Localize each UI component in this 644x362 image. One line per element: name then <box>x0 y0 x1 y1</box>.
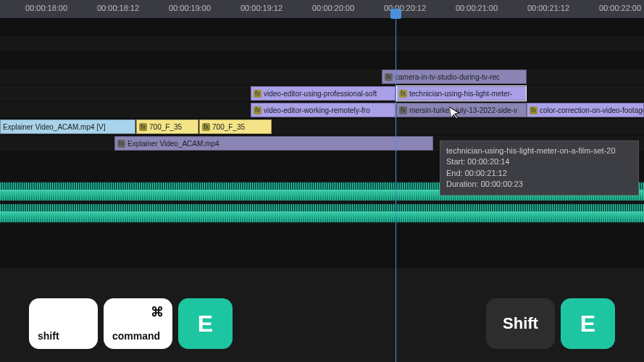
video-track[interactable]: Explainer Video_ACAM.mp4 [V] fx 700_F_35… <box>0 119 644 135</box>
shortcut-left: shift ⌘ command E <box>29 298 233 349</box>
clip-label: video-editor-using-professional-soft <box>264 90 377 98</box>
key-e-right: E <box>561 298 615 349</box>
clip-label: technician-using-his-light-meter- <box>409 90 512 98</box>
fx-icon: fx <box>202 123 210 131</box>
key-label: shift <box>38 330 59 342</box>
video-track[interactable]: fx video-editor-using-professional-soft … <box>0 85 644 102</box>
clip-camera-tv-studio[interactable]: fx camera-in-tv-studio-during-tv-rec <box>382 70 527 84</box>
time-mark: 00:00:21:00 <box>456 4 498 12</box>
key-e: E <box>178 298 233 349</box>
shortcut-right: Shift E <box>486 298 615 349</box>
clip-technician-light-meter[interactable]: fx technician-using-his-light-meter- <box>396 86 527 101</box>
fx-icon: fx <box>254 90 262 98</box>
clip-label: color-correction-on-video-footage-2 <box>540 106 644 114</box>
clip-label: mersin-turkey-july-13-2022-side-v <box>409 106 517 114</box>
fx-icon: fx <box>530 106 538 114</box>
fx-icon: fx <box>385 73 393 81</box>
clip-color-correction[interactable]: fx color-correction-on-video-footage-2 <box>527 103 644 117</box>
time-mark: 00:00:19:12 <box>241 4 283 12</box>
time-mark: 00:00:21:12 <box>527 4 569 12</box>
time-mark: 00:00:19:00 <box>169 4 211 12</box>
track-empty[interactable] <box>0 224 644 268</box>
key-command: ⌘ command <box>104 298 172 349</box>
time-mark: 00:00:22:00 <box>599 4 641 12</box>
time-mark: 00:00:20:00 <box>312 4 354 12</box>
clip-label: video-editor-working-remotely-fro <box>264 106 370 114</box>
clip-editor-pro-soft[interactable]: fx video-editor-using-professional-soft <box>251 86 396 101</box>
playhead-marker[interactable] <box>390 9 401 19</box>
shortcut-overlay: shift ⌘ command E Shift E <box>0 298 644 349</box>
fx-icon: fx <box>139 123 147 131</box>
clip-tooltip: technician-using-his-light-meter-on-a-fi… <box>440 140 639 195</box>
clip-explainer-acam[interactable]: fx Explainer Video_ACAM.mp4 <box>114 136 433 151</box>
key-shift-dark: Shift <box>486 298 555 349</box>
clip-label: Explainer Video_ACAM.mp4 <box>127 140 219 148</box>
clip-label: 700_F_35 <box>149 123 182 131</box>
clip-explainer-acam-v[interactable]: Explainer Video_ACAM.mp4 [V] <box>0 119 135 134</box>
fx-icon: fx <box>399 106 407 114</box>
tooltip-start: Start: 00:00:20:14 <box>446 156 632 167</box>
track-empty[interactable] <box>0 35 644 52</box>
tooltip-duration: Duration: 00:00:00:23 <box>446 179 632 190</box>
track-empty[interactable] <box>0 19 644 35</box>
key-label: E <box>198 311 213 337</box>
fx-icon: fx <box>399 90 407 98</box>
key-label: Shift <box>503 314 538 333</box>
clip-label: camera-in-tv-studio-during-tv-rec <box>395 73 500 81</box>
clip-700f35-b[interactable]: fx 700_F_35 <box>199 119 272 134</box>
audio-waveform <box>0 204 644 222</box>
tooltip-end: End: 00:00:21:12 <box>446 168 632 179</box>
key-label: E <box>580 311 595 337</box>
command-icon: ⌘ <box>151 304 164 320</box>
clip-label: 700_F_35 <box>212 123 245 131</box>
time-mark: 00:00:18:00 <box>25 4 67 12</box>
video-track[interactable]: fx camera-in-tv-studio-during-tv-rec <box>0 69 644 85</box>
clip-editor-remote[interactable]: fx video-editor-working-remotely-fro <box>251 103 396 117</box>
time-mark: 00:00:18:12 <box>97 4 139 12</box>
track-empty[interactable] <box>0 52 644 69</box>
tooltip-title: technician-using-his-light-meter-on-a-fi… <box>446 146 632 156</box>
key-label: command <box>112 330 160 342</box>
key-shift: shift <box>29 298 98 349</box>
fx-icon: fx <box>117 140 125 148</box>
audio-track[interactable] <box>0 203 644 224</box>
time-ruler[interactable]: 00:00:18:00 00:00:18:12 00:00:19:00 00:0… <box>0 0 644 19</box>
clip-700f35-a[interactable]: fx 700_F_35 <box>136 119 198 134</box>
clip-label: Explainer Video_ACAM.mp4 [V] <box>3 123 106 131</box>
video-track[interactable]: fx video-editor-working-remotely-fro fx … <box>0 102 644 119</box>
fx-icon: fx <box>254 106 262 114</box>
